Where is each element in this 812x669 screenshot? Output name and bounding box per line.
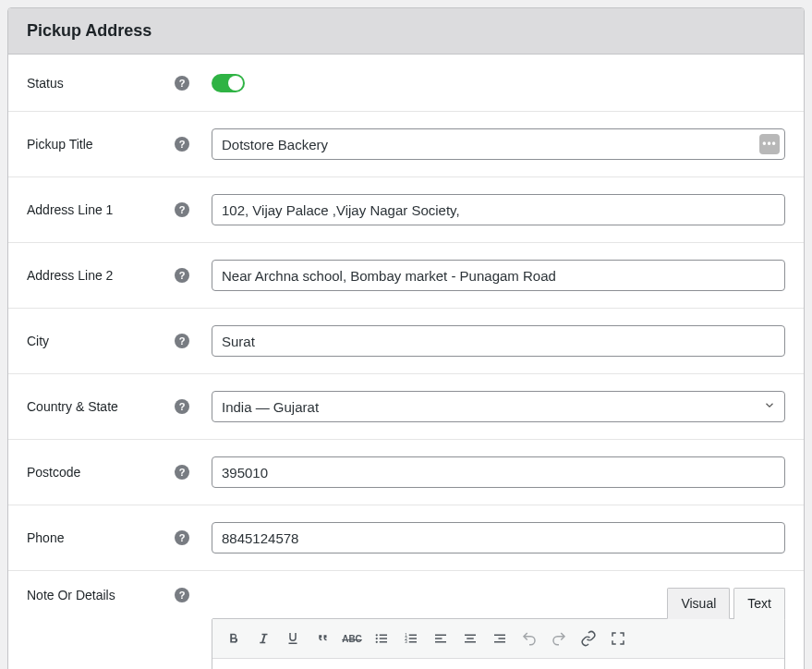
phone-input[interactable] bbox=[212, 522, 785, 553]
svg-rect-14 bbox=[435, 641, 446, 643]
help-icon[interactable]: ? bbox=[175, 588, 189, 602]
row-postcode: Postcode ? bbox=[8, 440, 804, 505]
row-country-state: Country & State ? India — Gujarat bbox=[8, 374, 804, 440]
address2-label: Address Line 2 bbox=[27, 268, 113, 283]
editor-toolbar: ABC 123 bbox=[212, 619, 784, 659]
svg-rect-4 bbox=[380, 638, 387, 639]
row-note: Note Or Details ? Visual Text ABC bbox=[8, 571, 804, 669]
input-wrapper: ••• bbox=[212, 128, 785, 160]
input-cell-note: Visual Text ABC 123 bbox=[212, 588, 785, 669]
input-cell-address1 bbox=[212, 194, 785, 225]
input-cell-postcode bbox=[212, 456, 785, 488]
panel-header: Pickup Address bbox=[8, 8, 804, 55]
pickup-title-label: Pickup Title bbox=[27, 137, 93, 152]
row-pickup-title: Pickup Title ? ••• bbox=[8, 112, 804, 177]
label-cell-phone: Phone ? bbox=[27, 530, 212, 545]
country-state-select[interactable]: India — Gujarat bbox=[212, 391, 785, 422]
row-city: City ? bbox=[8, 309, 804, 374]
help-icon[interactable]: ? bbox=[175, 465, 189, 480]
pickup-address-panel: Pickup Address Status ? Pickup Title ? •… bbox=[7, 7, 805, 669]
pickup-title-input[interactable] bbox=[212, 128, 785, 160]
label-cell-note: Note Or Details ? bbox=[27, 588, 212, 602]
underline-icon[interactable] bbox=[279, 625, 307, 652]
label-cell-country-state: Country & State ? bbox=[27, 399, 212, 414]
status-label: Status bbox=[27, 76, 64, 91]
address1-input[interactable] bbox=[212, 194, 785, 225]
svg-rect-13 bbox=[435, 638, 442, 639]
help-icon[interactable]: ? bbox=[175, 202, 189, 217]
select-wrapper: India — Gujarat bbox=[212, 391, 785, 422]
svg-rect-16 bbox=[467, 638, 474, 639]
address2-input[interactable] bbox=[212, 260, 785, 291]
label-cell-address2: Address Line 2 ? bbox=[27, 268, 212, 283]
svg-rect-12 bbox=[435, 635, 446, 637]
strikethrough-icon[interactable]: ABC bbox=[338, 625, 366, 652]
help-icon[interactable]: ? bbox=[175, 76, 189, 91]
svg-rect-15 bbox=[465, 635, 476, 637]
label-cell-city: City ? bbox=[27, 334, 212, 348]
bold-icon[interactable] bbox=[220, 625, 248, 652]
svg-rect-17 bbox=[465, 641, 476, 643]
row-phone: Phone ? bbox=[8, 505, 804, 571]
address1-label: Address Line 1 bbox=[27, 202, 113, 217]
link-icon[interactable] bbox=[575, 625, 602, 652]
label-cell-address1: Address Line 1 ? bbox=[27, 202, 212, 217]
align-left-icon[interactable] bbox=[427, 625, 454, 652]
svg-rect-20 bbox=[494, 641, 505, 643]
row-address1: Address Line 1 ? bbox=[8, 177, 804, 243]
ellipsis-icon[interactable]: ••• bbox=[759, 134, 780, 154]
row-address2: Address Line 2 ? bbox=[8, 243, 804, 309]
postcode-input[interactable] bbox=[212, 456, 785, 488]
align-center-icon[interactable] bbox=[456, 625, 484, 652]
svg-rect-18 bbox=[494, 635, 505, 637]
phone-label: Phone bbox=[27, 530, 64, 545]
input-cell-address2 bbox=[212, 260, 785, 291]
undo-icon[interactable] bbox=[515, 625, 543, 652]
country-state-label: Country & State bbox=[27, 399, 118, 414]
help-icon[interactable]: ? bbox=[175, 399, 189, 414]
input-cell-phone bbox=[212, 522, 785, 553]
status-toggle[interactable] bbox=[212, 74, 245, 92]
svg-rect-10 bbox=[409, 638, 417, 639]
label-cell-pickup-title: Pickup Title ? bbox=[27, 137, 212, 152]
svg-rect-11 bbox=[409, 641, 417, 643]
row-status: Status ? bbox=[8, 55, 804, 112]
help-icon[interactable]: ? bbox=[175, 530, 189, 545]
italic-icon[interactable] bbox=[249, 625, 277, 652]
bullet-list-icon[interactable] bbox=[368, 625, 395, 652]
editor-tabs: Visual Text bbox=[212, 588, 785, 619]
svg-point-2 bbox=[376, 641, 378, 643]
align-right-icon[interactable] bbox=[486, 625, 514, 652]
input-cell-city bbox=[212, 325, 785, 357]
postcode-label: Postcode bbox=[27, 465, 80, 480]
help-icon[interactable]: ? bbox=[175, 137, 189, 152]
svg-rect-3 bbox=[380, 635, 387, 637]
label-cell-postcode: Postcode ? bbox=[27, 465, 212, 480]
svg-rect-9 bbox=[409, 635, 417, 637]
toggle-knob bbox=[228, 76, 243, 91]
city-label: City bbox=[27, 334, 49, 348]
tab-visual[interactable]: Visual bbox=[667, 588, 730, 619]
svg-rect-19 bbox=[499, 638, 506, 639]
tab-text[interactable]: Text bbox=[733, 588, 785, 619]
note-label: Note Or Details bbox=[27, 588, 115, 602]
input-cell-pickup-title: ••• bbox=[212, 128, 785, 160]
editor-box: ABC 123 Please come with invoice receipt… bbox=[212, 618, 785, 669]
input-cell-status bbox=[212, 74, 785, 92]
city-input[interactable] bbox=[212, 325, 785, 357]
fullscreen-icon[interactable] bbox=[604, 625, 632, 652]
svg-rect-5 bbox=[380, 641, 387, 643]
redo-icon[interactable] bbox=[545, 625, 573, 652]
input-cell-country-state: India — Gujarat bbox=[212, 391, 785, 422]
label-cell-status: Status ? bbox=[27, 76, 212, 91]
page-title: Pickup Address bbox=[27, 21, 785, 41]
svg-text:3: 3 bbox=[405, 639, 407, 644]
rich-editor: Visual Text ABC 123 bbox=[212, 588, 785, 669]
editor-content[interactable]: Please come with invoice receipt while p… bbox=[212, 659, 784, 669]
svg-point-0 bbox=[376, 634, 378, 636]
help-icon[interactable]: ? bbox=[175, 334, 189, 348]
svg-point-1 bbox=[376, 638, 378, 639]
numbered-list-icon[interactable]: 123 bbox=[397, 625, 425, 652]
quote-icon[interactable] bbox=[309, 625, 336, 652]
help-icon[interactable]: ? bbox=[175, 268, 189, 283]
